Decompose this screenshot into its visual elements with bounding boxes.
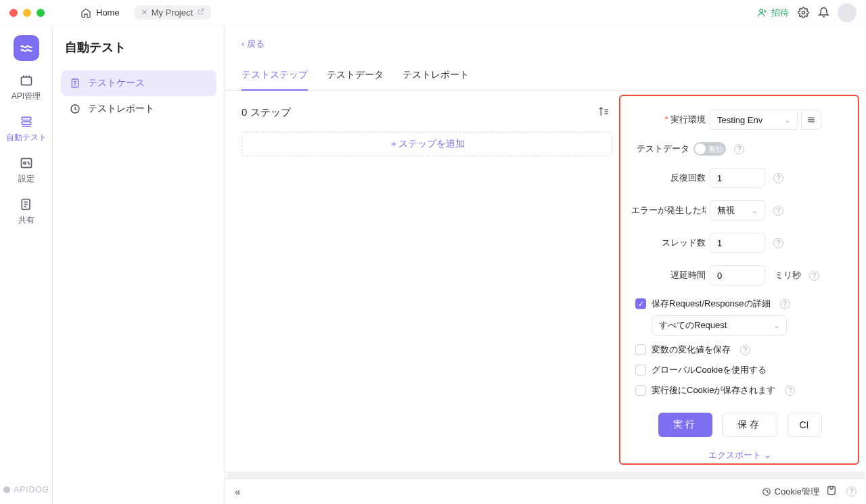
svg-point-1 xyxy=(802,11,804,14)
rail-item-api-mgmt[interactable]: API管理 xyxy=(12,73,41,102)
svg-point-11 xyxy=(762,488,770,495)
iterations-input[interactable] xyxy=(710,168,765,188)
checkbox-icon xyxy=(635,365,646,375)
chk-save-cookie-after[interactable]: 実行後にCookieが保存されます ? xyxy=(635,384,848,396)
on-error-label: エラーが発生した場 xyxy=(631,204,706,216)
sidebar-item-test-reports[interactable]: テストレポート xyxy=(61,96,216,122)
invite-button[interactable]: 招待 xyxy=(756,7,789,19)
maximize-window-icon[interactable] xyxy=(37,9,45,17)
external-link-icon[interactable] xyxy=(197,8,204,17)
tab-test-reports[interactable]: テストレポート xyxy=(403,69,469,90)
chk-save-reqres[interactable]: ✓ 保存Request/Responseの詳細 ? xyxy=(635,298,848,310)
svg-point-6 xyxy=(23,162,25,164)
rail-item-settings[interactable]: 設定 xyxy=(18,156,35,185)
collapse-sidebar-icon[interactable]: « xyxy=(235,486,240,497)
tab-bar: テストステップ テストデータ テストレポート xyxy=(225,50,866,91)
checkbox-icon xyxy=(635,385,646,396)
checkbox-icon xyxy=(635,344,646,355)
svg-point-0 xyxy=(759,9,762,13)
rail-label: 自動テスト xyxy=(6,132,47,143)
shortcut-icon[interactable] xyxy=(826,485,837,498)
api-mgmt-icon xyxy=(19,73,34,88)
user-avatar[interactable] xyxy=(838,3,857,22)
testdata-label: テストデータ xyxy=(631,143,689,155)
checkbox-icon: ✓ xyxy=(635,298,646,309)
env-label: 実行環境 xyxy=(631,114,706,126)
brand-footer: APIDOG xyxy=(3,485,49,495)
action-buttons: 実行 保存 CI xyxy=(631,413,848,437)
sidebar: 自動テスト テストケース テストレポート xyxy=(53,26,225,504)
export-link[interactable]: エクスポート ⌄ xyxy=(631,449,848,461)
help-icon[interactable]: ? xyxy=(740,345,750,355)
chk-global-cookie[interactable]: グローバルCookieを使用する xyxy=(635,364,848,376)
notifications-bell-icon[interactable] xyxy=(817,7,829,19)
add-step-button[interactable]: ＋ステップを追加 xyxy=(242,132,612,156)
help-icon[interactable]: ? xyxy=(773,238,783,248)
row-testdata: テストデータ 無効 ? xyxy=(631,142,848,156)
help-icon[interactable]: ? xyxy=(773,206,783,216)
home-icon xyxy=(80,7,92,19)
env-select[interactable]: Testing Env ⌄ xyxy=(710,110,798,130)
cookie-mgmt-button[interactable]: Cookie管理 xyxy=(762,486,819,498)
rail-label: 共有 xyxy=(18,214,35,226)
iterations-label: 反復回数 xyxy=(631,172,706,184)
steps-panel: 0 ステップ ＋ステップを追加 xyxy=(225,91,619,472)
main-area: ‹ 戻る テストステップ テストデータ テストレポート 0 ステップ ＋ステップ… xyxy=(225,26,866,504)
minimize-window-icon[interactable] xyxy=(23,9,31,17)
threads-label: スレッド数 xyxy=(631,237,706,249)
sort-icon[interactable] xyxy=(597,106,610,120)
on-error-select[interactable]: 無視 ⌄ xyxy=(710,200,765,221)
help-icon[interactable]: ? xyxy=(734,144,744,154)
settings-gear-icon[interactable] xyxy=(797,7,809,19)
svg-point-8 xyxy=(3,486,10,493)
ci-button[interactable]: CI xyxy=(787,413,822,437)
test-report-icon xyxy=(69,103,81,115)
svg-rect-3 xyxy=(22,117,30,120)
project-tab-label: My Project xyxy=(152,7,193,18)
back-link[interactable]: ‹ 戻る xyxy=(242,39,265,49)
chevron-down-icon: ⌄ xyxy=(773,321,779,330)
home-button[interactable]: Home xyxy=(73,4,127,22)
settings-icon xyxy=(19,156,34,170)
rail-item-share[interactable]: 共有 xyxy=(18,197,35,226)
rail-label: API管理 xyxy=(12,91,41,102)
delay-input[interactable] xyxy=(710,265,765,285)
row-threads: スレッド数 ? xyxy=(631,233,848,253)
testdata-toggle[interactable]: 無効 xyxy=(693,142,726,156)
test-case-icon xyxy=(69,77,81,89)
tab-test-steps[interactable]: テストステップ xyxy=(242,69,308,91)
help-icon[interactable]: ? xyxy=(780,299,790,309)
chk-save-vars[interactable]: 変数の変化値を保存 ? xyxy=(635,344,848,356)
close-tab-icon[interactable]: ✕ xyxy=(141,8,147,17)
env-menu-button[interactable] xyxy=(801,110,821,130)
run-button[interactable]: 実行 xyxy=(658,413,712,437)
help-icon[interactable]: ? xyxy=(773,173,783,183)
app-logo[interactable] xyxy=(14,35,39,61)
sidebar-item-label: テストレポート xyxy=(88,103,154,115)
step-count: 0 ステップ xyxy=(242,106,291,119)
chevron-down-icon: ⌄ xyxy=(784,116,790,124)
rail-label: 設定 xyxy=(18,173,35,185)
horizontal-scrollbar[interactable] xyxy=(227,472,865,478)
chevron-down-icon: ⌄ xyxy=(764,450,771,460)
svg-rect-2 xyxy=(21,77,31,85)
sidebar-item-test-cases[interactable]: テストケース xyxy=(61,70,216,96)
project-tab[interactable]: ✕ My Project xyxy=(135,5,211,20)
chevron-down-icon: ⌄ xyxy=(752,206,758,215)
titlebar: Home ✕ My Project 招待 xyxy=(0,0,866,26)
help-icon[interactable]: ? xyxy=(809,271,819,281)
save-button[interactable]: 保存 xyxy=(722,413,777,437)
close-window-icon[interactable] xyxy=(9,9,18,17)
reqres-scope-select[interactable]: すべてのRequest ⌄ xyxy=(652,315,787,336)
window-controls xyxy=(9,9,45,17)
nav-rail: API管理 自動テスト 設定 共有 APIDOG xyxy=(0,26,53,504)
help-icon[interactable]: ? xyxy=(846,486,857,497)
rail-item-auto-test[interactable]: 自動テスト xyxy=(6,114,47,143)
sidebar-title: 自動テスト xyxy=(65,39,212,55)
row-on-error: エラーが発生した場 無視 ⌄ ? xyxy=(631,200,848,221)
tab-test-data[interactable]: テストデータ xyxy=(327,69,384,90)
row-env: 実行環境 Testing Env ⌄ xyxy=(631,110,848,130)
threads-input[interactable] xyxy=(710,233,765,253)
bottom-bar: « Cookie管理 ? xyxy=(225,478,866,504)
help-icon[interactable]: ? xyxy=(785,386,795,396)
